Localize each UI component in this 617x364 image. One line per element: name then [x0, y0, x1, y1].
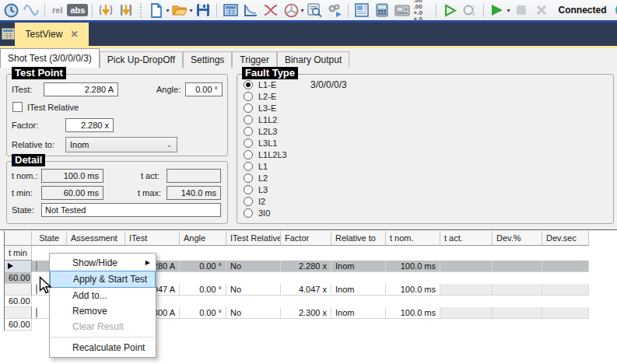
- t-act-cell: [440, 307, 493, 319]
- close-icon[interactable]: ✕: [70, 30, 78, 39]
- row-header-cell[interactable]: [5, 284, 32, 296]
- tab-settings-label: Settings: [191, 54, 224, 65]
- relative-values-button[interactable]: rel: [49, 5, 65, 15]
- tab-pickup-dropoff[interactable]: Pick Up-DropOff: [100, 51, 183, 68]
- run-test-dropdown-icon[interactable]: ▾: [507, 7, 510, 14]
- test-view-icon[interactable]: [221, 1, 240, 19]
- tab-binary-output-label: Binary Output: [285, 54, 342, 65]
- tab-trigger-label: Trigger: [240, 54, 269, 65]
- phasor-dropdown-icon[interactable]: ▾: [300, 7, 303, 14]
- row-header-cell[interactable]: [5, 307, 32, 319]
- menu-item-remove[interactable]: Remove: [50, 303, 156, 319]
- itest-field[interactable]: 2.280 A: [44, 82, 118, 96]
- tab-shot-test[interactable]: Shot Test (3/0/0/0/3): [0, 48, 100, 68]
- stop-test-icon[interactable]: [512, 1, 531, 19]
- t-max-field[interactable]: 140.0 ms: [167, 186, 221, 200]
- fault-option-l2-e[interactable]: L2-E: [244, 91, 276, 102]
- new-file-icon[interactable]: [147, 1, 166, 19]
- itest-relative-label: ITest Relative: [27, 103, 79, 112]
- front-panel-icon[interactable]: [393, 1, 412, 19]
- not-tested-state-icon: [36, 261, 37, 271]
- sync-connection-icon[interactable]: [613, 1, 617, 19]
- t-nom-label: t nom.:: [12, 171, 38, 180]
- col-relative-to[interactable]: Relative to: [331, 231, 386, 246]
- report-view-icon[interactable]: [352, 1, 371, 19]
- view-report-settings-icon[interactable]: [305, 1, 324, 19]
- col-t-nom[interactable]: t nom.: [386, 231, 440, 246]
- tab-trigger[interactable]: Trigger: [232, 51, 277, 68]
- menu-item-label: Remove: [72, 306, 107, 317]
- t-min-cell: 60.00 ms: [5, 272, 32, 284]
- row-header-cell[interactable]: [5, 261, 32, 272]
- radio-icon: [244, 138, 253, 148]
- dev-sec-cell: [542, 307, 589, 319]
- fault-option-l1[interactable]: L1: [244, 161, 268, 172]
- menu-item-recalculate-point[interactable]: Recalculate Point: [50, 340, 156, 355]
- col-itest[interactable]: ITest: [125, 231, 180, 246]
- abort-icon[interactable]: [532, 1, 551, 19]
- col-t-act[interactable]: t act.: [440, 231, 493, 246]
- col-state[interactable]: State: [32, 231, 67, 246]
- connection-status-label: Connected: [559, 5, 607, 16]
- save-icon[interactable]: [194, 1, 212, 19]
- col-itest-relative[interactable]: ITest Relative: [226, 231, 281, 246]
- fault-option-l3l1[interactable]: L3L1: [244, 138, 277, 149]
- tab-testview[interactable]: TestView ✕: [15, 23, 89, 46]
- test-settings-icon[interactable]: [325, 1, 344, 19]
- tab-settings[interactable]: Settings: [183, 51, 232, 68]
- new-file-dropdown-icon[interactable]: ▾: [166, 7, 169, 14]
- angle-label: Angle:: [156, 85, 181, 94]
- fault-option-l3[interactable]: L3: [244, 184, 268, 195]
- factor-field[interactable]: 2.280 x: [65, 118, 114, 132]
- open-folder-icon[interactable]: [170, 1, 189, 19]
- phasor-diagram-icon[interactable]: [282, 1, 300, 19]
- fault-option-3i0[interactable]: 3I0: [244, 208, 270, 219]
- col-rowheader[interactable]: [5, 231, 32, 246]
- t-act-cell: [440, 261, 493, 272]
- menu-item-add-to[interactable]: Add to...: [50, 288, 156, 303]
- apply-single-icon[interactable]: [96, 1, 115, 19]
- relative-to-dropdown[interactable]: Inom ⌄: [65, 137, 177, 152]
- menu-item-label: Recalculate Point: [72, 342, 145, 353]
- tab-binary-output[interactable]: Binary Output: [277, 51, 349, 68]
- col-dev-pct[interactable]: Dev.%: [493, 231, 542, 246]
- t-nom-field[interactable]: 100.0 ms: [41, 169, 103, 183]
- characteristic-curve-icon[interactable]: [241, 1, 260, 19]
- col-t-min[interactable]: t min: [5, 246, 32, 261]
- itest-relative-checkbox[interactable]: [12, 102, 23, 112]
- col-assessment[interactable]: Assessment: [67, 231, 125, 246]
- fault-option-l1l2[interactable]: L1L2: [244, 114, 277, 125]
- time-signal-icon[interactable]: [2, 1, 20, 19]
- fault-option-l2l3[interactable]: L2L3: [244, 126, 277, 137]
- svg-text:0: 0: [472, 12, 475, 16]
- start-test-outline-icon[interactable]: [440, 1, 459, 19]
- decimal-places-icon[interactable]: .00 .00 +.0 +.0: [413, 1, 432, 19]
- t-nom-cell: 100.0 ms: [386, 284, 440, 296]
- fault-option-l1-e[interactable]: L1-E: [244, 79, 276, 90]
- apply-all-icon[interactable]: [117, 1, 135, 19]
- main-toolbar: rel abs ▾ ▾ ▾: [0, 0, 617, 20]
- fault-option-l2[interactable]: L2: [244, 173, 268, 184]
- sine-wave-icon[interactable]: [22, 1, 40, 19]
- t-act-field[interactable]: [167, 169, 221, 183]
- open-folder-dropdown-icon[interactable]: ▾: [189, 7, 192, 14]
- col-factor[interactable]: Factor: [281, 231, 331, 246]
- binary-trigger-icon[interactable]: 10: [461, 1, 479, 19]
- calculator-icon[interactable]: [373, 1, 391, 19]
- angle-field[interactable]: 0.00 °: [185, 82, 223, 96]
- crossed-curves-icon[interactable]: [261, 1, 280, 19]
- fault-option-l3-e[interactable]: L3-E: [244, 103, 276, 114]
- fault-type-group: Fault Type 3/0/0/0/3 L1-E L2-E L3-E L1L2…: [237, 74, 614, 224]
- col-angle[interactable]: Angle: [180, 231, 226, 246]
- fault-option-l1l2l3[interactable]: L1L2L3: [244, 149, 287, 160]
- absolute-values-button[interactable]: abs: [67, 4, 88, 16]
- run-test-icon[interactable]: [488, 1, 507, 19]
- menu-item-show-hide[interactable]: Show/Hide ▶: [50, 255, 156, 271]
- col-dev-sec[interactable]: Dev.sec: [542, 231, 589, 246]
- t-min-field[interactable]: 60.00 ms: [41, 186, 103, 200]
- fault-option-i2[interactable]: I2: [244, 196, 265, 207]
- dev-pct-cell: [493, 284, 542, 296]
- menu-item-apply-start-test[interactable]: Apply & Start Test: [50, 271, 156, 288]
- toolbar-separator: [348, 3, 349, 17]
- itest-relative-cell: No: [226, 307, 281, 319]
